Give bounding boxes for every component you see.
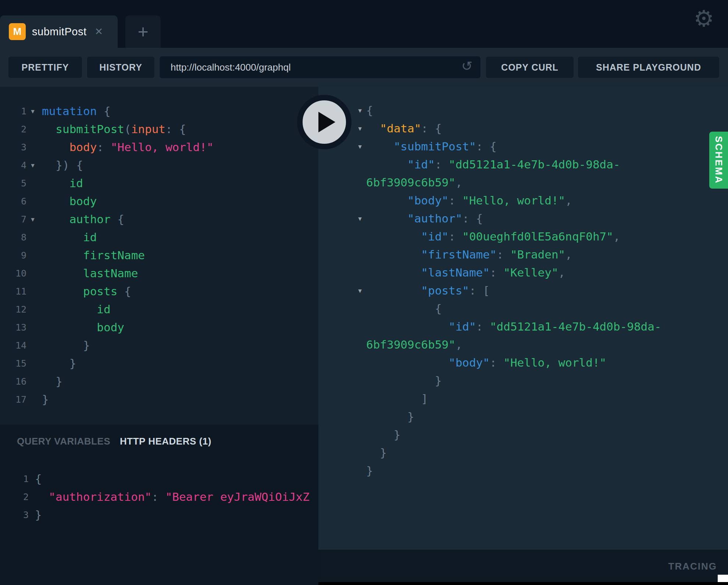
http-headers-editor[interactable]: 1{2 "authorization": "Bearer eyJraWQiOiJ… xyxy=(0,470,318,524)
code-text: body xyxy=(42,318,124,336)
graphql-playground-app: M submitPost ✕ + ⚙ PRETTIFY HISTORY ↺ CO… xyxy=(0,0,728,585)
line-number: 14 xyxy=(0,336,26,354)
code-line: } xyxy=(318,372,728,390)
line-number: 12 xyxy=(0,300,26,318)
code-line: 1{ xyxy=(0,470,318,488)
settings-gear-icon[interactable]: ⚙ xyxy=(693,7,714,30)
line-number: 5 xyxy=(0,174,26,192)
line-number: 17 xyxy=(0,390,26,409)
endpoint-url-field[interactable]: ↺ xyxy=(159,56,481,79)
code-line: 3} xyxy=(0,506,318,524)
code-line: "id": "dd5121a1-4e7b-4d0b-98da- xyxy=(318,318,728,336)
code-line: "body": "Hello, world!" xyxy=(318,354,728,372)
code-line: ▾ "author": { xyxy=(318,210,728,228)
code-text: } xyxy=(42,372,63,390)
code-line: ▾ "data": { xyxy=(318,120,728,138)
line-number: 11 xyxy=(0,282,26,300)
code-text: body xyxy=(42,192,97,210)
tab-bar: M submitPost ✕ + ⚙ xyxy=(0,0,728,48)
code-line: 16 } xyxy=(0,372,318,390)
tracing-toggle[interactable]: TRACING xyxy=(668,561,717,572)
code-line: 14 } xyxy=(0,336,318,354)
line-number: 10 xyxy=(0,264,26,282)
fold-toggle-icon[interactable]: ▾ xyxy=(26,102,39,120)
code-line: 5 id xyxy=(0,174,318,192)
code-line: ▾ "submitPost": { xyxy=(318,138,728,156)
share-playground-button[interactable]: SHARE PLAYGROUND xyxy=(578,57,719,78)
execute-query-button[interactable] xyxy=(297,95,351,149)
code-text: "body": "Hello, world!", xyxy=(366,192,572,210)
fold-toggle-icon[interactable]: ▾ xyxy=(354,282,366,300)
query-editor[interactable]: 1▾mutation {2 submitPost(input: {3 body:… xyxy=(0,87,318,425)
fold-toggle-icon[interactable]: ▾ xyxy=(354,120,366,138)
schema-side-tab[interactable]: SCHEMA xyxy=(709,132,728,189)
tracing-bar: TRACING xyxy=(318,550,728,585)
code-text: submitPost(input: { xyxy=(42,120,186,138)
tab-title: submitPost xyxy=(32,26,86,38)
line-number: 3 xyxy=(0,506,29,524)
code-line: 3 body: "Hello, world!" xyxy=(0,138,318,156)
code-line: "id": "dd5121a1-4e7b-4d0b-98da- xyxy=(318,156,728,174)
close-tab-icon[interactable]: ✕ xyxy=(94,26,103,38)
variables-headers-panel: QUERY VARIABLES HTTP HEADERS (1) 1{2 "au… xyxy=(0,425,318,585)
code-text: } xyxy=(42,390,49,409)
endpoint-url-input[interactable] xyxy=(160,61,451,74)
code-line: } xyxy=(318,444,728,462)
code-line: ▾ "posts": [ xyxy=(318,282,728,300)
code-text: posts { xyxy=(42,282,131,300)
code-text: id xyxy=(42,300,111,318)
refresh-schema-icon[interactable]: ↺ xyxy=(461,58,472,74)
code-text: "submitPost": { xyxy=(366,138,497,156)
toolbar: PRETTIFY HISTORY ↺ COPY CURL SHARE PLAYG… xyxy=(0,48,728,87)
code-line: 6bf3909c6b59", xyxy=(318,336,728,354)
code-text: } xyxy=(42,336,90,354)
line-number: 15 xyxy=(0,354,26,372)
code-text: } xyxy=(35,506,42,524)
code-line: ] xyxy=(318,390,728,408)
new-tab-button[interactable]: + xyxy=(125,15,161,48)
line-number: 2 xyxy=(0,120,26,138)
code-text: } xyxy=(366,426,400,444)
fold-toggle-icon[interactable]: ▾ xyxy=(354,101,366,120)
line-number: 8 xyxy=(0,228,26,246)
history-button[interactable]: HISTORY xyxy=(87,57,154,78)
code-text: } xyxy=(366,408,414,426)
code-line: } xyxy=(318,408,728,426)
code-text: 6bf3909c6b59", xyxy=(366,174,462,192)
prettify-button[interactable]: PRETTIFY xyxy=(8,57,82,78)
line-number: 3 xyxy=(0,138,26,156)
code-text: "id": "00ueghfd0lE5a6nqF0h7", xyxy=(366,228,620,246)
code-text: body: "Hello, world!" xyxy=(42,138,214,156)
mutation-badge: M xyxy=(9,23,26,40)
fold-toggle-icon[interactable]: ▾ xyxy=(354,210,366,228)
code-text: id xyxy=(42,174,83,192)
code-text: "authorization": "Bearer eyJraWQiOiJxZ xyxy=(35,488,310,506)
fold-toggle-icon[interactable]: ▾ xyxy=(26,156,39,174)
code-line: 2 submitPost(input: { xyxy=(0,120,318,138)
code-line: } xyxy=(318,462,728,480)
code-line: 13 body xyxy=(0,318,318,336)
tab-http-headers[interactable]: HTTP HEADERS (1) xyxy=(120,436,211,447)
code-line: "firstName": "Braden", xyxy=(318,246,728,264)
line-number: 2 xyxy=(0,488,29,506)
code-line: { xyxy=(318,300,728,318)
tab-submitpost[interactable]: M submitPost ✕ xyxy=(0,15,118,48)
code-text: "firstName": "Braden", xyxy=(366,246,572,264)
line-number: 7 xyxy=(0,210,26,228)
tab-query-variables[interactable]: QUERY VARIABLES xyxy=(17,436,110,447)
code-text: lastName xyxy=(42,264,138,282)
code-text: firstName xyxy=(42,246,145,264)
code-line: 7▾ author { xyxy=(0,210,318,228)
response-viewer[interactable]: ▾{▾ "data": {▾ "submitPost": { "id": "dd… xyxy=(318,87,728,550)
code-line: 2 "authorization": "Bearer eyJraWQiOiJxZ xyxy=(0,488,318,506)
line-number: 16 xyxy=(0,372,26,390)
fold-toggle-icon[interactable]: ▾ xyxy=(26,210,39,228)
code-text: "body": "Hello, world!" xyxy=(366,354,606,372)
code-text: "id": "dd5121a1-4e7b-4d0b-98da- xyxy=(366,318,661,336)
code-text: id xyxy=(42,228,97,246)
copy-curl-button[interactable]: COPY CURL xyxy=(486,57,574,78)
fold-toggle-icon[interactable]: ▾ xyxy=(354,138,366,156)
code-line: 12 id xyxy=(0,300,318,318)
code-text: } xyxy=(366,462,373,480)
line-number: 6 xyxy=(0,192,26,210)
